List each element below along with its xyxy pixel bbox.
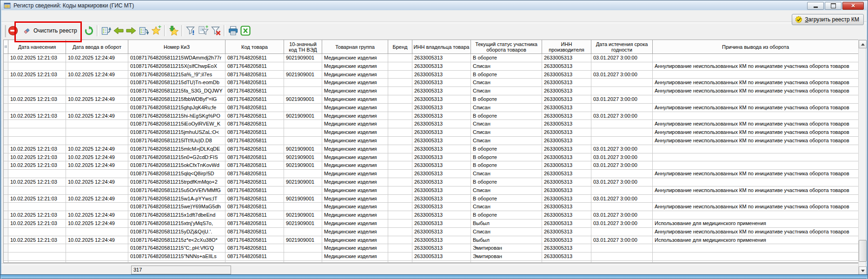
table-cell[interactable]: 9021909001	[284, 195, 322, 203]
table-cell[interactable]: 03.01.2027 3:00:00	[591, 219, 653, 228]
table-cell[interactable]: 08717648205811	[225, 252, 284, 261]
table-row[interactable]: 10.02.2025 12:21:0310.02.2025 12:24:4901…	[4, 145, 859, 153]
table-cell[interactable]: В обороте	[471, 95, 542, 104]
table-cell[interactable]	[388, 145, 412, 153]
table-cell[interactable]: 08717648205811	[225, 120, 284, 128]
table-cell[interactable]: 0108717648205811215dTU)Tn-eomDb	[128, 79, 225, 87]
table-cell[interactable]: 03.01.2027 3:00:00	[591, 95, 653, 104]
scrollbar-thumb[interactable]	[859, 240, 867, 262]
table-cell[interactable]: 9021909001	[284, 211, 322, 219]
table-row[interactable]: 10.02.2025 12:21:0310.02.2025 12:24:4901…	[4, 161, 859, 170]
column-header[interactable]: Товарная группа	[322, 40, 388, 54]
table-cell[interactable]: 9021909001	[284, 71, 322, 79]
table-row[interactable]: 0108717648205811215u5OrVEfVMMfG087176482…	[4, 186, 859, 195]
table-cell[interactable]: 03.01.2027 3:00:00	[591, 112, 653, 120]
table-cell[interactable]: 2633005313	[412, 54, 471, 62]
table-cell[interactable]	[8, 252, 66, 261]
table-cell[interactable]: 10.02.2025 12:21:03	[8, 71, 66, 79]
table-cell[interactable]: 10.02.2025 12:21:03	[8, 95, 66, 104]
table-cell[interactable]	[66, 203, 128, 211]
table-cell[interactable]: Медицинские изделия	[322, 87, 388, 95]
table-cell[interactable]: 2633005313	[542, 178, 591, 186]
table-cell[interactable]	[8, 186, 66, 195]
table-cell[interactable]	[284, 137, 322, 145]
table-cell[interactable]: Эмитирован	[471, 252, 542, 261]
table-row[interactable]: 0108717648205811215yDZj&QrjU.'.087176482…	[4, 228, 859, 236]
table-row[interactable]: 0108717648205811215iEoOylRVEW_K087176482…	[4, 120, 859, 128]
table-cell[interactable]	[388, 236, 412, 245]
prev-record-button[interactable]	[113, 24, 125, 38]
table-cell[interactable]	[8, 203, 66, 211]
row-selector-cell[interactable]	[4, 95, 8, 104]
table-cell[interactable]: 2633005313	[542, 62, 591, 71]
table-cell[interactable]	[284, 186, 322, 195]
table-cell[interactable]: 2633005313	[542, 128, 591, 137]
table-row[interactable]: 0108717648205811215fa_S3G_DQJWY087176482…	[4, 87, 859, 95]
table-cell[interactable]	[388, 120, 412, 128]
row-selector-cell[interactable]	[4, 79, 8, 87]
table-cell[interactable]	[66, 252, 128, 261]
table-cell[interactable]: 2633005313	[542, 228, 591, 236]
table-cell[interactable]: В обороте	[471, 178, 542, 186]
row-selector-cell[interactable]	[4, 104, 8, 112]
filter-clear-button[interactable]	[210, 24, 222, 38]
close-button[interactable]: ✕	[842, 2, 864, 10]
table-cell[interactable]: 08717648205811	[225, 62, 284, 71]
table-cell[interactable]: 2633005313	[412, 244, 471, 252]
table-cell[interactable]: 2633005313	[542, 71, 591, 79]
column-header[interactable]: Код товара	[225, 40, 284, 54]
table-cell[interactable]: 2633005313	[412, 128, 471, 137]
table-cell[interactable]: Использование для медицинского применени…	[653, 236, 859, 245]
row-selector-cell[interactable]	[4, 137, 8, 145]
row-selector-cell[interactable]	[4, 195, 8, 203]
table-cell[interactable]: 08717648205811	[225, 228, 284, 236]
table-cell[interactable]	[284, 203, 322, 211]
table-cell[interactable]: 0108717648205811215w1A-pYYws;IT	[128, 195, 225, 203]
table-row[interactable]: 0108717648205811215jmhuUSZaL:O<087176482…	[4, 128, 859, 137]
table-cell[interactable]	[388, 112, 412, 120]
table-cell[interactable]: 2633005313	[412, 104, 471, 112]
table-cell[interactable]	[591, 128, 653, 137]
table-cell[interactable]	[284, 228, 322, 236]
table-cell[interactable]	[591, 203, 653, 211]
minimize-button[interactable]	[807, 2, 824, 10]
table-cell[interactable]	[388, 161, 412, 170]
table-cell[interactable]: В обороте	[471, 195, 542, 203]
table-cell[interactable]	[8, 137, 66, 145]
table-cell[interactable]	[284, 244, 322, 252]
table-cell[interactable]	[284, 170, 322, 178]
table-cell[interactable]: Медицинские изделия	[322, 112, 388, 120]
table-cell[interactable]: 2633005313	[412, 87, 471, 95]
scroll-up-button[interactable]	[859, 40, 867, 48]
column-header[interactable]: Текущий статус участника оборота товаров	[471, 40, 542, 54]
table-cell[interactable]: 10.02.2025 12:24:49	[66, 71, 128, 79]
table-cell[interactable]: 2633005313	[542, 252, 591, 261]
table-cell[interactable]: 08717648205811	[225, 195, 284, 203]
column-header[interactable]: Дата ввода в оборот	[66, 40, 128, 54]
table-cell[interactable]: 2633005313	[412, 170, 471, 178]
table-cell[interactable]: Медицинские изделия	[322, 244, 388, 252]
table-cell[interactable]: 0108717648205811215ghpJqK4Ru;fe	[128, 104, 225, 112]
table-row[interactable]: 0108717648205811215we)Y69MaG5dh087176482…	[4, 203, 859, 211]
table-cell[interactable]	[66, 186, 128, 195]
table-row[interactable]: 10.02.2025 12:21:0310.02.2025 12:24:4901…	[4, 95, 859, 104]
table-cell[interactable]: 08717648205811	[225, 178, 284, 186]
table-cell[interactable]: 03.01.2027 3:00:00	[591, 211, 653, 219]
table-cell[interactable]: В обороте	[471, 54, 542, 62]
table-cell[interactable]: Медицинские изделия	[322, 153, 388, 162]
table-cell[interactable]: 03.01.2027 3:00:00	[591, 145, 653, 153]
table-cell[interactable]: Списан	[471, 87, 542, 95]
table-cell[interactable]	[388, 104, 412, 112]
filter-list-button[interactable]	[197, 24, 210, 38]
table-row[interactable]: 0108717648205811215qlq<Q8irp!5D087176482…	[4, 170, 859, 178]
table-cell[interactable]: Списан	[471, 120, 542, 128]
maximize-button[interactable]	[825, 2, 841, 10]
table-cell[interactable]: 10.02.2025 12:21:03	[8, 178, 66, 186]
table-cell[interactable]: 10.02.2025 12:24:49	[66, 236, 128, 245]
table-row[interactable]: 0108717648205811215X(sIfChwpEoX087176482…	[4, 62, 859, 71]
table-cell[interactable]: Списан	[471, 137, 542, 145]
row-selector-cell[interactable]	[4, 62, 8, 71]
table-cell[interactable]: 08717648205811	[225, 170, 284, 178]
table-cell[interactable]	[284, 87, 322, 95]
table-cell[interactable]: Медицинские изделия	[322, 137, 388, 145]
